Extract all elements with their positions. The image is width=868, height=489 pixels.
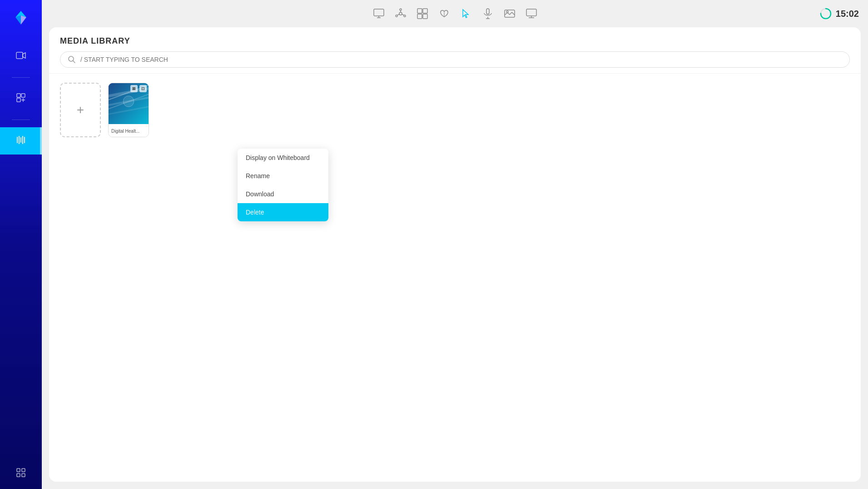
svg-point-11 <box>404 15 406 17</box>
context-menu-item-rename[interactable]: Rename <box>238 167 328 185</box>
sidebar-divider-2 <box>12 120 30 120</box>
svg-rect-7 <box>22 474 25 477</box>
svg-rect-8 <box>374 9 384 16</box>
toolbar-btn-grid[interactable] <box>412 3 433 24</box>
timer-value: 15:02 <box>836 9 859 19</box>
svg-rect-13 <box>417 9 422 13</box>
toolbar-btn-network[interactable] <box>390 3 411 24</box>
svg-point-9 <box>399 12 402 15</box>
toolbar-btn-lotus[interactable] <box>434 3 455 24</box>
timer-circle-icon <box>819 7 832 20</box>
context-menu: Display on Whiteboard Rename Download De… <box>238 149 328 221</box>
svg-rect-1 <box>17 94 20 97</box>
search-input[interactable] <box>80 56 842 63</box>
svg-rect-14 <box>423 9 427 13</box>
svg-rect-0 <box>16 52 23 59</box>
svg-rect-20 <box>526 9 536 16</box>
toolbar-btn-image-tool[interactable] <box>499 3 520 24</box>
svg-rect-3 <box>17 98 20 102</box>
search-bar[interactable] <box>60 51 850 68</box>
svg-rect-16 <box>423 14 427 19</box>
search-icon <box>68 55 76 64</box>
svg-point-10 <box>400 9 402 10</box>
media-thumbnail: ⊠ ⊡ <box>109 83 149 124</box>
main-content: 15:02 MEDIA LIBRARY + <box>42 0 868 489</box>
svg-rect-6 <box>17 474 20 477</box>
page-header: MEDIA LIBRARY <box>49 27 861 74</box>
toolbar-btn-mic[interactable] <box>477 3 498 24</box>
svg-rect-17 <box>486 9 489 14</box>
toolbar-center <box>368 3 542 24</box>
media-item[interactable]: ⊠ ⊡ Digital Healt... <box>108 83 149 137</box>
media-library-icon <box>15 135 26 147</box>
toolbar-btn-cursor[interactable] <box>456 3 476 24</box>
context-menu-item-download[interactable]: Download <box>238 185 328 203</box>
sidebar <box>0 0 42 489</box>
media-item-label: Digital Healt... <box>109 124 149 137</box>
page-body: MEDIA LIBRARY + <box>49 27 861 482</box>
sidebar-nav <box>0 43 42 464</box>
media-icon-2: ⊡ <box>139 85 147 92</box>
media-top-icons: ⊠ ⊡ <box>130 85 147 92</box>
sidebar-bottom <box>12 464 30 482</box>
svg-rect-2 <box>21 94 25 97</box>
svg-rect-5 <box>22 469 25 472</box>
media-icon-1: ⊠ <box>130 85 138 92</box>
page-title: MEDIA LIBRARY <box>60 36 850 46</box>
svg-point-12 <box>396 15 397 17</box>
content-area: + <box>49 74 861 482</box>
app-logo[interactable] <box>10 7 32 29</box>
toolbar-right: 15:02 <box>819 7 859 20</box>
sidebar-item-gallery[interactable] <box>0 85 42 112</box>
top-toolbar: 15:02 <box>42 0 868 27</box>
svg-point-19 <box>506 11 508 13</box>
add-icon: + <box>77 103 84 117</box>
sidebar-item-media-library[interactable] <box>0 127 42 155</box>
gallery-icon <box>15 92 26 105</box>
sidebar-divider-1 <box>12 77 30 78</box>
sidebar-item-video[interactable] <box>0 43 42 70</box>
svg-rect-15 <box>417 14 422 19</box>
svg-rect-4 <box>17 469 20 472</box>
toolbar-btn-presentation[interactable] <box>368 3 389 24</box>
add-media-button[interactable]: + <box>60 83 101 137</box>
context-menu-item-delete[interactable]: Delete <box>238 203 328 221</box>
context-menu-item-display-on-whiteboard[interactable]: Display on Whiteboard <box>238 149 328 167</box>
sidebar-settings-button[interactable] <box>12 464 30 482</box>
timer-display: 15:02 <box>819 7 859 20</box>
video-icon <box>15 50 26 63</box>
toolbar-btn-export[interactable] <box>521 3 542 24</box>
svg-point-28 <box>123 96 134 107</box>
